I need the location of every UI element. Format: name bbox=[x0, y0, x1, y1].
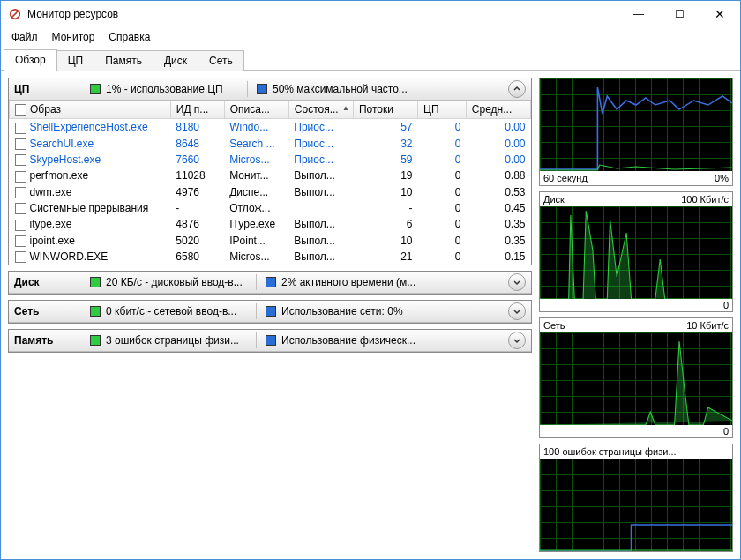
net-graph bbox=[540, 332, 732, 425]
col-desc[interactable]: Описа... bbox=[224, 101, 288, 119]
net-graph-footer: 0 bbox=[540, 425, 732, 437]
table-row[interactable]: perfmon.exe11028Монит...Выпол...1900.88 bbox=[10, 168, 531, 183]
col-image[interactable]: Образ bbox=[10, 101, 171, 119]
svg-line-1 bbox=[12, 11, 19, 18]
net-graph-header: Сеть 10 Кбит/с bbox=[540, 318, 732, 332]
menubar: Файл Монитор Справка bbox=[1, 27, 740, 47]
mem-graph-title: 100 ошибок страницы физи... bbox=[543, 446, 677, 457]
app-icon bbox=[8, 7, 22, 21]
tab-overview[interactable]: Обзор bbox=[4, 49, 57, 71]
tabbar: Обзор ЦП Память Диск Сеть bbox=[1, 49, 740, 71]
expand-button[interactable] bbox=[508, 332, 526, 349]
disk-io-text: 20 КБ/с - дисковый ввод-в... bbox=[106, 276, 247, 288]
cpu-usage-icon bbox=[90, 84, 101, 94]
tab-memory[interactable]: Память bbox=[94, 50, 153, 71]
disk-io-icon bbox=[90, 277, 101, 287]
disk-graph bbox=[540, 206, 732, 299]
col-avg[interactable]: Средн... bbox=[466, 101, 530, 119]
col-cpu[interactable]: ЦП bbox=[418, 101, 467, 119]
row-checkbox[interactable] bbox=[15, 251, 26, 263]
net-usage-text: Использование сети: 0% bbox=[281, 305, 503, 317]
mem-faults-text: 3 ошибок страницы физи... bbox=[106, 334, 247, 347]
mem-graph bbox=[540, 459, 732, 551]
disk-graph-panel: Диск 100 Кбит/с 0 bbox=[539, 191, 733, 312]
table-row[interactable]: SearchUI.exe8648Search ...Приос...3200.0… bbox=[10, 136, 531, 152]
cpu-graph-footer: 60 секунд 0% bbox=[540, 171, 732, 185]
memory-panel-header[interactable]: Память 3 ошибок страницы физи... Использ… bbox=[9, 330, 531, 352]
mem-graph-header: 100 ошибок страницы физи... bbox=[540, 444, 732, 459]
table-row[interactable]: ShellExperienceHost.exe8180Windo...Приос… bbox=[10, 119, 531, 136]
tab-disk[interactable]: Диск bbox=[153, 50, 198, 71]
row-checkbox[interactable] bbox=[15, 235, 26, 247]
menu-file[interactable]: Файл bbox=[4, 29, 45, 45]
expand-button[interactable] bbox=[508, 302, 526, 320]
col-pid[interactable]: ИД п... bbox=[170, 101, 224, 119]
table-row[interactable]: WINWORD.EXE6580Micros...Выпол...2100.15 bbox=[10, 249, 531, 265]
cpu-graph-value: 0% bbox=[715, 173, 729, 183]
mem-usage-text: Использование физическ... bbox=[281, 334, 503, 347]
disk-panel: Диск 20 КБ/с - дисковый ввод-в... 2% акт… bbox=[8, 271, 532, 295]
table-row[interactable]: itype.exe4876IType.exeВыпол...600.35 bbox=[10, 216, 531, 232]
titlebar[interactable]: Монитор ресурсов — ☐ ✕ bbox=[1, 1, 740, 27]
chevron-up-icon bbox=[513, 85, 521, 93]
cpu-freq-text: 50% максимальной часто... bbox=[273, 83, 503, 95]
network-panel: Сеть 0 кбит/с - сетевой ввод-в... Исполь… bbox=[8, 300, 532, 324]
mem-graph-panel: 100 ошибок страницы физи... bbox=[539, 444, 733, 552]
disk-graph-header: Диск 100 Кбит/с bbox=[540, 192, 732, 206]
chevron-down-icon bbox=[513, 278, 521, 287]
net-io-icon bbox=[90, 306, 101, 317]
menu-monitor[interactable]: Монитор bbox=[45, 29, 102, 45]
disk-active-text: 2% активного времени (м... bbox=[281, 276, 503, 288]
row-checkbox[interactable] bbox=[15, 123, 26, 134]
menu-help[interactable]: Справка bbox=[101, 29, 157, 45]
select-all-checkbox[interactable] bbox=[15, 104, 26, 116]
expand-button[interactable] bbox=[508, 273, 526, 291]
disk-graph-footer: 0 bbox=[540, 299, 732, 311]
resource-monitor-window: Монитор ресурсов — ☐ ✕ Файл Монитор Спра… bbox=[0, 0, 741, 560]
net-usage-icon bbox=[266, 306, 276, 317]
process-table: Образ ИД п... Описа... Состоя...▲ Потоки… bbox=[9, 101, 531, 265]
cpu-graph-time: 60 секунд bbox=[543, 173, 588, 183]
maximize-button[interactable]: ☐ bbox=[659, 1, 700, 27]
tab-network[interactable]: Сеть bbox=[198, 50, 244, 71]
disk-panel-label: Диск bbox=[14, 276, 85, 288]
row-checkbox[interactable] bbox=[15, 138, 26, 150]
collapse-button[interactable] bbox=[508, 80, 526, 98]
cpu-panel: ЦП 1% - использование ЦП 50% максимально… bbox=[8, 78, 532, 265]
tab-cpu[interactable]: ЦП bbox=[56, 50, 95, 71]
col-threads[interactable]: Потоки bbox=[353, 101, 417, 119]
table-row[interactable]: ipoint.exe5020IPoint...Выпол...1000.35 bbox=[10, 233, 531, 249]
close-button[interactable]: ✕ bbox=[700, 1, 740, 27]
cpu-graph-panel: 60 секунд 0% bbox=[539, 78, 733, 186]
left-pane: ЦП 1% - использование ЦП 50% максимально… bbox=[1, 71, 535, 559]
row-checkbox[interactable] bbox=[15, 220, 26, 231]
table-row[interactable]: Системные прерывания-Отлож...-00.45 bbox=[10, 200, 531, 216]
memory-panel: Память 3 ошибок страницы физи... Использ… bbox=[8, 329, 532, 353]
disk-graph-title: Диск bbox=[543, 194, 565, 205]
minimize-button[interactable]: — bbox=[618, 1, 659, 27]
chevron-down-icon bbox=[513, 336, 521, 345]
right-pane[interactable]: 60 секунд 0% Диск 100 Кбит/с 0 bbox=[535, 71, 740, 559]
window-controls: — ☐ ✕ bbox=[618, 1, 740, 27]
mem-usage-icon bbox=[266, 335, 276, 346]
disk-graph-scale: 100 Кбит/с bbox=[681, 194, 729, 205]
row-checkbox[interactable] bbox=[15, 187, 26, 198]
row-checkbox[interactable] bbox=[15, 171, 26, 183]
cpu-panel-header[interactable]: ЦП 1% - использование ЦП 50% максимально… bbox=[9, 78, 531, 101]
cpu-graph bbox=[540, 78, 732, 171]
process-table-wrap[interactable]: Образ ИД п... Описа... Состоя...▲ Потоки… bbox=[9, 101, 531, 265]
cpu-freq-icon bbox=[257, 84, 267, 94]
row-checkbox[interactable] bbox=[15, 154, 26, 166]
disk-panel-header[interactable]: Диск 20 КБ/с - дисковый ввод-в... 2% акт… bbox=[9, 272, 531, 294]
disk-active-icon bbox=[266, 277, 276, 287]
table-row[interactable]: SkypeHost.exe7660Micros...Приос...5900.0… bbox=[10, 152, 531, 168]
col-state[interactable]: Состоя...▲ bbox=[288, 101, 353, 119]
memory-panel-label: Память bbox=[14, 334, 85, 347]
net-graph-scale: 10 Кбит/с bbox=[686, 320, 729, 331]
table-row[interactable]: dwm.exe4976Диспе...Выпол...1000.53 bbox=[10, 184, 531, 200]
network-panel-header[interactable]: Сеть 0 кбит/с - сетевой ввод-в... Исполь… bbox=[9, 301, 531, 323]
chevron-down-icon bbox=[513, 307, 521, 316]
row-checkbox[interactable] bbox=[15, 203, 26, 214]
cpu-usage-text: 1% - использование ЦП bbox=[106, 83, 238, 95]
window-title: Монитор ресурсов bbox=[27, 8, 618, 20]
